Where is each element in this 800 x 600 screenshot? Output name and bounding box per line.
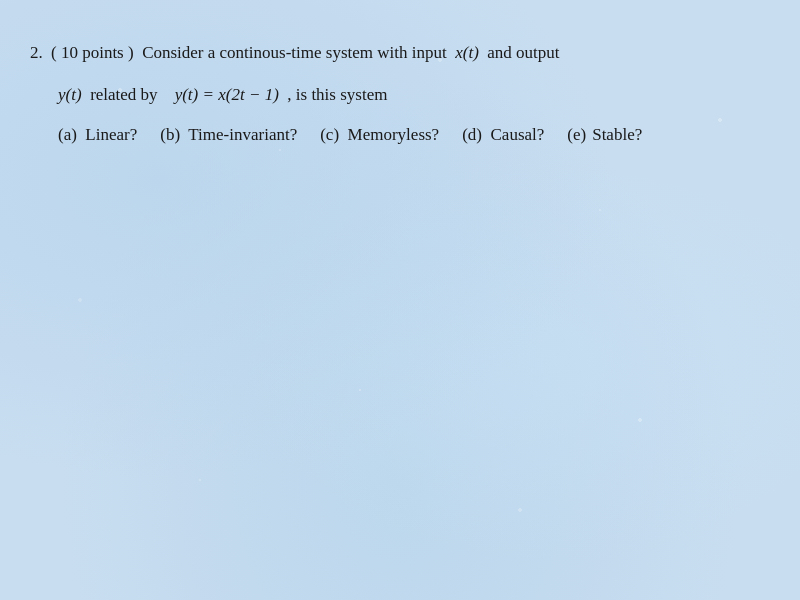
question-line2: y(t) related by y(t) = x(2t − 1) , is th… (58, 82, 770, 108)
equation-display: y(t) = x(2t − 1) (175, 82, 279, 108)
part-a-label: (a) Linear? (58, 121, 137, 150)
part-e-label: (e) (567, 121, 586, 150)
related-by-text: related by (90, 82, 158, 108)
part-d-label: (d) Causal? (462, 121, 544, 150)
comma-text: , is this system (287, 82, 387, 108)
question-number: 2. (30, 40, 43, 66)
part-b-label: (b) Time-invariant? (160, 121, 297, 150)
part-stable-label: Stable? (592, 121, 642, 150)
question-line1: 2. ( 10 points ) Consider a continous-ti… (30, 40, 770, 66)
question-text-part1: Consider a continous-time system with in… (142, 40, 447, 66)
page: 2. ( 10 points ) Consider a continous-ti… (0, 0, 800, 600)
question-block: 2. ( 10 points ) Consider a continous-ti… (30, 40, 770, 150)
question-points: ( 10 points ) (51, 40, 134, 66)
output-variable: y(t) (58, 82, 82, 108)
input-variable: x(t) (455, 40, 479, 66)
and-output-text: and output (487, 40, 559, 66)
question-line3: (a) Linear? (b) Time-invariant? (c) Memo… (58, 121, 770, 150)
part-c-label: (c) Memoryless? (320, 121, 439, 150)
